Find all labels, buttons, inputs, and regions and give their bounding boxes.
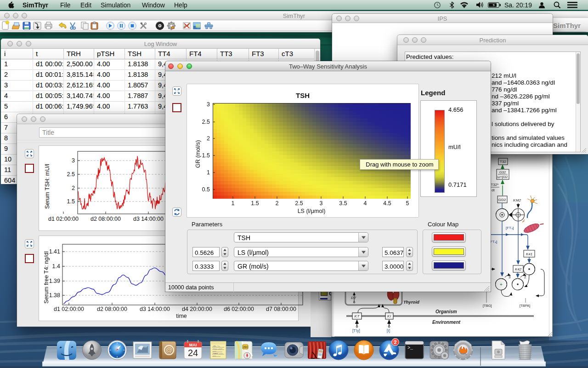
svg-text:3: 3 <box>207 101 210 108</box>
svg-text:3: 3 <box>320 200 323 207</box>
svg-text:Organism: Organism <box>435 309 457 314</box>
svg-text:MAI: MAI <box>189 343 197 347</box>
svg-text:4.5: 4.5 <box>383 200 391 207</box>
svg-text:1.5: 1.5 <box>251 200 259 207</box>
svg-text:d3 14:00:00: d3 14:00:00 <box>140 306 170 312</box>
svg-text:d6 02:00:00: d6 02:00:00 <box>224 306 254 312</box>
svg-text:24: 24 <box>188 348 198 358</box>
svg-text:1.5: 1.5 <box>202 152 210 159</box>
svg-text:G D2: G D2 <box>498 198 506 202</box>
svg-text:4: 4 <box>364 200 367 207</box>
svg-text:Thyroid: Thyroid <box>403 299 419 305</box>
svg-text:K T: K T <box>355 314 360 318</box>
svg-text:K M2: K M2 <box>513 198 521 202</box>
svg-text:LS (l/μmol): LS (l/μmol) <box>298 208 326 214</box>
svg-text:5: 5 <box>406 200 409 207</box>
svg-text:T32: T32 <box>500 160 506 164</box>
svg-text:2.5: 2.5 <box>202 119 210 125</box>
svg-text:dt: dt <box>492 188 495 192</box>
svg-text:K41: K41 <box>526 252 532 256</box>
svg-text:ω+β32: ω+β32 <box>498 175 508 179</box>
svg-text:2: 2 <box>276 200 279 207</box>
svg-text:[FT₄]: [FT₄] <box>506 226 514 230</box>
svg-text:1.41: 1.41 <box>49 248 60 255</box>
svg-text:1.38: 1.38 <box>49 292 60 299</box>
svg-text:1: 1 <box>207 169 210 176</box>
svg-text:[T ly]: [T ly] <box>352 328 360 333</box>
svg-text:0.5: 0.5 <box>202 186 210 193</box>
svg-text:1.4: 1.4 <box>52 263 60 270</box>
svg-text:280: 280 <box>243 345 248 349</box>
svg-text:2: 2 <box>524 275 526 279</box>
svg-text:K I: K I <box>387 314 391 318</box>
svg-text:D T: D T <box>351 296 356 300</box>
svg-text:[TBG]: [TBG] <box>483 304 492 308</box>
svg-text:d4 20:00:00: d4 20:00:00 <box>182 306 212 312</box>
svg-text:[TBPA]: [TBPA] <box>520 304 530 308</box>
svg-text:1.39: 1.39 <box>49 278 60 284</box>
svg-text:K42: K42 <box>515 267 522 271</box>
svg-text:+: + <box>500 282 503 287</box>
svg-text:@: @ <box>165 346 172 354</box>
svg-text:2: 2 <box>207 135 210 142</box>
svg-text:>_: >_ <box>407 345 413 351</box>
svg-text:2.5: 2.5 <box>295 200 303 207</box>
svg-text:3: 3 <box>509 275 511 279</box>
svg-text:d7 08:00:00: d7 08:00:00 <box>266 306 296 312</box>
svg-text:G32: G32 <box>499 170 506 174</box>
svg-text:d2 08:00:00: d2 08:00:00 <box>97 306 127 312</box>
svg-text:d1 02:00:00: d1 02:00:00 <box>54 306 84 312</box>
svg-text:1: 1 <box>232 200 235 207</box>
svg-text:Environment: Environment <box>432 320 461 325</box>
svg-text:[I]: [I] <box>387 328 390 333</box>
svg-text:time: time <box>176 313 187 319</box>
svg-text:3.5: 3.5 <box>339 200 347 207</box>
